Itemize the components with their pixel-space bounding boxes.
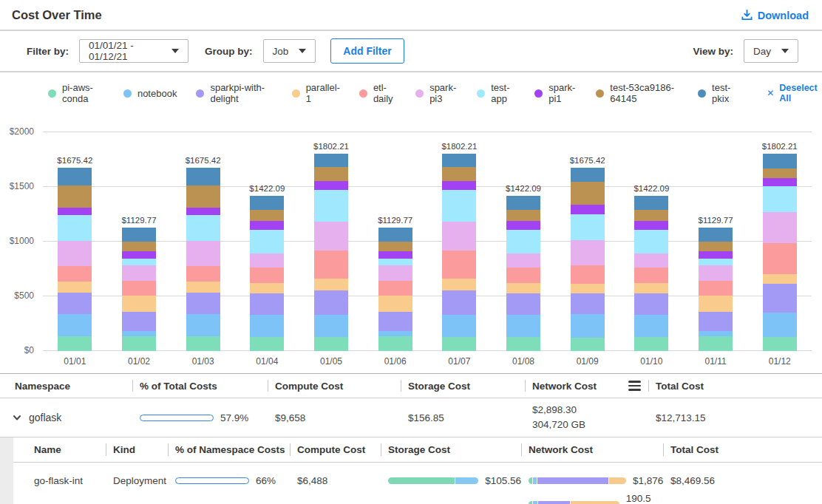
bar-segment-spark-pi1[interactable] bbox=[122, 251, 156, 259]
bar-segment-test-pkix[interactable] bbox=[763, 154, 797, 168]
bar-segment-test-pkix[interactable] bbox=[571, 168, 605, 182]
bar-segment-test-app[interactable] bbox=[634, 230, 668, 253]
bar-segment-spark-pi3[interactable] bbox=[250, 253, 284, 268]
bar-segment-etl-daily[interactable] bbox=[58, 266, 92, 282]
col-header-storage[interactable]: Storage Cost bbox=[381, 437, 521, 462]
bar-segment-spark-pi3[interactable] bbox=[186, 241, 220, 266]
bar-segment-spark-pi1[interactable] bbox=[442, 181, 476, 191]
bar-segment-test-pkix[interactable] bbox=[442, 154, 476, 167]
bar-segment-sparkpi-with-delight[interactable] bbox=[442, 290, 476, 315]
deselect-all-button[interactable]: ✕ Deselect All bbox=[767, 83, 822, 103]
bar-segment-pi-aws-conda[interactable] bbox=[378, 336, 412, 351]
bar-segment-test-pkix[interactable] bbox=[58, 168, 92, 185]
bar-segment-test-53ca9186-64145[interactable] bbox=[442, 167, 476, 180]
bar-segment-pi-aws-conda[interactable] bbox=[58, 336, 92, 351]
legend-item-spark-pi3[interactable]: spark-pi3 bbox=[415, 82, 458, 104]
bar-segment-pi-aws-conda[interactable] bbox=[186, 336, 220, 351]
bar-segment-parallel-1[interactable] bbox=[58, 282, 92, 293]
bar-segment-etl-daily[interactable] bbox=[314, 251, 348, 279]
bar-group-01/05[interactable]: $1802.21 bbox=[299, 132, 364, 351]
bar-segment-test-53ca9186-64145[interactable] bbox=[699, 242, 733, 251]
col-header-kind[interactable]: Kind bbox=[106, 437, 168, 462]
chevron-down-icon[interactable] bbox=[12, 412, 22, 423]
bar-segment-test-pkix[interactable] bbox=[314, 154, 348, 167]
bar-segment-notebook[interactable] bbox=[250, 315, 284, 337]
bar-group-01/02[interactable]: $1129.77 bbox=[107, 132, 171, 351]
bar-segment-sparkpi-with-delight[interactable] bbox=[763, 284, 797, 312]
col-header-compute[interactable]: Compute Cost bbox=[290, 437, 381, 462]
bar-segment-test-app[interactable] bbox=[58, 215, 92, 242]
bar-segment-notebook[interactable] bbox=[442, 315, 476, 338]
bar-segment-notebook[interactable] bbox=[314, 315, 348, 338]
bar-segment-spark-pi1[interactable] bbox=[634, 221, 668, 230]
bar-segment-spark-pi1[interactable] bbox=[763, 178, 797, 187]
col-header-pct-namespace[interactable]: % of Namespace Costs bbox=[168, 437, 290, 462]
bar-segment-spark-pi3[interactable] bbox=[699, 265, 733, 281]
bar-segment-notebook[interactable] bbox=[122, 331, 156, 336]
bar-segment-spark-pi1[interactable] bbox=[314, 181, 348, 191]
bar-segment-notebook[interactable] bbox=[58, 314, 92, 336]
bar-segment-test-app[interactable] bbox=[122, 259, 156, 265]
view-by-select[interactable]: Day bbox=[744, 39, 798, 63]
table-row-go-flask-int[interactable]: go-flask-int Deployment 66% $6,488 $105.… bbox=[13, 463, 822, 504]
bar-segment-test-pkix[interactable] bbox=[250, 196, 284, 210]
bar-segment-test-pkix[interactable] bbox=[634, 196, 668, 210]
bar-segment-sparkpi-with-delight[interactable] bbox=[506, 293, 540, 315]
bar-group-01/12[interactable]: $1802.21 bbox=[747, 132, 812, 351]
bar-group-01/08[interactable]: $1422.09 bbox=[492, 132, 556, 351]
bar-segment-sparkpi-with-delight[interactable] bbox=[58, 293, 92, 313]
bar-segment-notebook[interactable] bbox=[378, 331, 412, 336]
bar-segment-sparkpi-with-delight[interactable] bbox=[634, 293, 668, 315]
bar-segment-test-53ca9186-64145[interactable] bbox=[122, 242, 156, 251]
bar-segment-notebook[interactable] bbox=[699, 331, 733, 336]
bar-segment-pi-aws-conda[interactable] bbox=[314, 337, 348, 351]
bar-group-01/06[interactable]: $1129.77 bbox=[363, 132, 427, 351]
bar-segment-notebook[interactable] bbox=[634, 315, 668, 337]
bar-group-01/04[interactable]: $1422.09 bbox=[235, 132, 299, 351]
bar-segment-test-53ca9186-64145[interactable] bbox=[186, 185, 220, 208]
col-header-compute[interactable]: Compute Cost bbox=[268, 374, 401, 398]
bar-segment-pi-aws-conda[interactable] bbox=[699, 336, 733, 351]
legend-item-test-app[interactable]: test-app bbox=[477, 82, 515, 104]
bar-segment-test-app[interactable] bbox=[250, 230, 284, 253]
bar-segment-sparkpi-with-delight[interactable] bbox=[122, 312, 156, 330]
bar-group-01/01[interactable]: $1675.42 bbox=[43, 132, 107, 351]
bar-segment-sparkpi-with-delight[interactable] bbox=[250, 293, 284, 315]
bar-segment-etl-daily[interactable] bbox=[250, 268, 284, 283]
bar-segment-test-53ca9186-64145[interactable] bbox=[506, 210, 540, 221]
bar-segment-spark-pi3[interactable] bbox=[314, 222, 348, 251]
bar-group-01/11[interactable]: $1129.77 bbox=[684, 132, 748, 351]
bar-segment-etl-daily[interactable] bbox=[763, 243, 797, 274]
column-menu-icon[interactable] bbox=[628, 381, 641, 391]
bar-segment-notebook[interactable] bbox=[763, 313, 797, 337]
legend-item-pi-aws-conda[interactable]: pi-aws-conda bbox=[48, 82, 104, 104]
bar-segment-test-53ca9186-64145[interactable] bbox=[58, 185, 92, 208]
bar-segment-etl-daily[interactable] bbox=[571, 265, 605, 284]
bar-segment-spark-pi3[interactable] bbox=[506, 253, 540, 268]
bar-segment-spark-pi3[interactable] bbox=[634, 253, 668, 268]
bar-segment-sparkpi-with-delight[interactable] bbox=[314, 290, 348, 315]
bar-segment-test-app[interactable] bbox=[378, 259, 412, 265]
add-filter-button[interactable]: Add Filter bbox=[330, 38, 404, 64]
bar-segment-pi-aws-conda[interactable] bbox=[442, 337, 476, 351]
bar-segment-parallel-1[interactable] bbox=[250, 283, 284, 293]
bar-group-01/09[interactable]: $1675.42 bbox=[555, 132, 619, 351]
bar-group-01/03[interactable]: $1675.42 bbox=[171, 132, 235, 351]
bar-segment-parallel-1[interactable] bbox=[122, 296, 156, 312]
legend-item-parallel-1[interactable]: parallel-1 bbox=[292, 82, 340, 104]
bar-segment-sparkpi-with-delight[interactable] bbox=[186, 293, 220, 313]
bar-segment-test-53ca9186-64145[interactable] bbox=[378, 242, 412, 251]
bar-segment-notebook[interactable] bbox=[186, 314, 220, 336]
bar-segment-etl-daily[interactable] bbox=[442, 251, 476, 279]
bar-segment-sparkpi-with-delight[interactable] bbox=[571, 293, 605, 314]
bar-segment-spark-pi1[interactable] bbox=[699, 251, 733, 259]
bar-segment-spark-pi3[interactable] bbox=[442, 222, 476, 251]
bar-segment-test-app[interactable] bbox=[699, 259, 733, 265]
col-header-pct-total[interactable]: % of Total Costs bbox=[132, 374, 268, 398]
bar-segment-test-app[interactable] bbox=[186, 215, 220, 242]
bar-segment-notebook[interactable] bbox=[506, 315, 540, 337]
bar-segment-etl-daily[interactable] bbox=[186, 266, 220, 282]
bar-segment-test-pkix[interactable] bbox=[186, 168, 220, 185]
bar-segment-test-53ca9186-64145[interactable] bbox=[763, 168, 797, 178]
bar-segment-test-app[interactable] bbox=[506, 230, 540, 253]
